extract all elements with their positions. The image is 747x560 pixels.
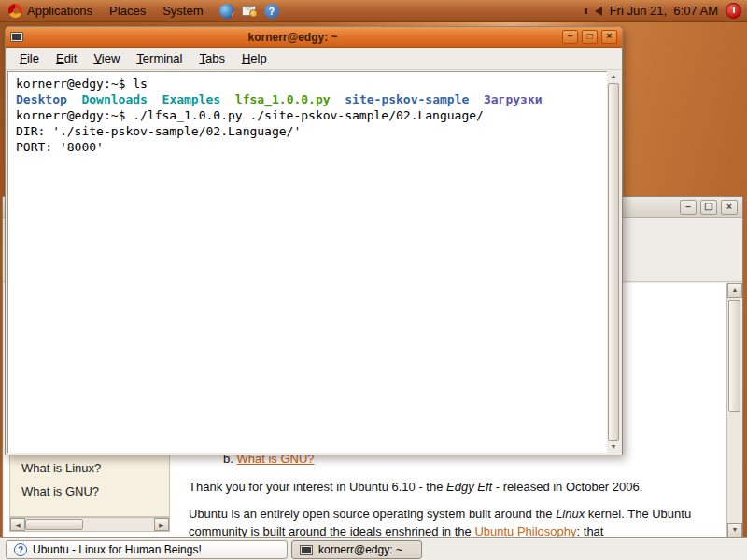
scrollbar-thumb[interactable] (25, 519, 83, 530)
clock-applet[interactable]: Fri Jun 21, 6:07 AM (610, 4, 718, 18)
terminal-scrollbar[interactable]: ▲ ▼ (607, 71, 620, 453)
terminal-window: kornerr@edgy: ~ – □ × File Edit View Ter… (5, 26, 623, 455)
maximize-icon[interactable]: □ (582, 30, 598, 44)
text-segment: Ubuntu is an entirely open source operat… (189, 507, 556, 521)
close-icon[interactable]: × (721, 200, 738, 215)
text-segment: PORT: '8000' (16, 140, 104, 154)
menu-edit[interactable]: Edit (48, 49, 85, 68)
text-segment (148, 92, 162, 106)
help-icon: ? (264, 4, 279, 19)
mail-launcher[interactable] (241, 3, 257, 19)
text-segment: - released in October 2006. (492, 480, 642, 494)
text-segment: DIR: './site-pskov-sample/02.Language/' (16, 124, 301, 138)
firefox-icon (219, 4, 234, 19)
terminal-line: PORT: '8000' (16, 139, 599, 155)
text-segment: Downloads (81, 92, 147, 106)
task-label: kornerr@edgy: ~ (318, 543, 402, 556)
text-segment (220, 92, 235, 106)
scroll-down-icon[interactable]: ▼ (607, 441, 620, 453)
text-segment: Thank you for your interest in Ubuntu 6.… (189, 480, 446, 494)
scroll-down-icon[interactable]: ▼ (727, 523, 742, 538)
terminal-line: DIR: './site-pskov-sample/02.Language/' (16, 123, 599, 139)
quit-button[interactable] (726, 3, 741, 19)
menu-applications[interactable]: Applications (0, 0, 101, 21)
task-button-firefox[interactable]: ? Ubuntu - Linux for Human Beings! (6, 540, 288, 559)
mail-icon (242, 6, 256, 16)
minimize-icon[interactable]: – (680, 200, 697, 215)
scroll-right-icon[interactable]: ▶ (154, 518, 169, 531)
page-vertical-scrollbar[interactable]: ▲ ▼ (726, 283, 741, 538)
terminal-menubar: File Edit View Terminal Tabs Help (6, 48, 622, 70)
text-segment: kornerr@edgy:~$ ls (16, 77, 148, 91)
text-segment: kornerr@edgy:~$ ./lfsa_1.0.0.py ./site-p… (16, 108, 484, 122)
text-segment: Desktop (16, 92, 67, 106)
text-segment (331, 92, 345, 106)
firefox-launcher[interactable] (218, 3, 234, 19)
terminal-window-title: kornerr@edgy: ~ (23, 31, 562, 44)
inline-link[interactable]: Ubuntu Philosophy (474, 525, 576, 538)
terminal-screen[interactable]: kornerr@edgy:~$ lsDesktop Downloads Exam… (7, 71, 607, 453)
task-label: Ubuntu - Linux for Human Beings! (33, 543, 202, 556)
scroll-left-icon[interactable]: ◀ (10, 518, 25, 531)
menu-terminal[interactable]: Terminal (128, 49, 190, 68)
menu-tabs[interactable]: Tabs (190, 49, 233, 68)
text-segment: site-pskov-sample (345, 92, 469, 106)
system-menu-label: System (162, 4, 203, 18)
menu-places[interactable]: Places (101, 0, 154, 21)
restore-icon[interactable]: ❐ (700, 200, 717, 215)
text-segment: Examples (162, 92, 221, 106)
text-segment (469, 92, 484, 106)
about-paragraph: Ubuntu is an entirely open source operat… (189, 505, 726, 538)
task-button-terminal[interactable]: kornerr@edgy: ~ (291, 540, 422, 559)
applications-menu-label: Applications (27, 4, 92, 18)
terminal-line: kornerr@edgy:~$ ./lfsa_1.0.0.py ./site-p… (16, 107, 599, 123)
sidebar-link-what-is-linux[interactable]: What is Linux? (21, 461, 101, 475)
text-segment: lfsa_1.0.0.py (235, 92, 331, 106)
close-icon[interactable]: × (601, 30, 617, 44)
scrollbar-thumb[interactable] (608, 83, 619, 441)
sidebar-link-what-is-gnu[interactable]: What is GNU? (21, 484, 99, 498)
menu-view[interactable]: View (85, 49, 128, 68)
text-segment: : that (577, 525, 604, 538)
terminal-line: Desktop Downloads Examples lfsa_1.0.0.py… (16, 91, 599, 107)
terminal-titlebar[interactable]: kornerr@edgy: ~ – □ × (6, 27, 622, 48)
scrollbar-thumb[interactable] (728, 300, 740, 412)
text-segment: Загрузки (484, 92, 543, 106)
terminal-icon (10, 32, 23, 42)
terminal-icon (300, 545, 313, 555)
menu-help[interactable]: Help (233, 49, 275, 68)
minimize-icon[interactable]: – (562, 30, 578, 44)
scroll-up-icon[interactable]: ▲ (607, 71, 620, 82)
volume-icon[interactable] (595, 7, 602, 16)
sidebar-horizontal-scrollbar[interactable]: ◀ ▶ (9, 517, 170, 532)
intro-paragraph: Thank you for your interest in Ubuntu 6.… (189, 478, 726, 496)
top-panel: Applications Places System ? Fri Jun 21,… (0, 0, 747, 22)
menu-system[interactable]: System (154, 0, 211, 21)
scroll-up-icon[interactable]: ▲ (727, 283, 742, 298)
places-menu-label: Places (109, 4, 146, 18)
text-segment: Linux (556, 507, 585, 521)
terminal-line: kornerr@edgy:~$ ls (16, 76, 599, 91)
bottom-taskbar: ? Ubuntu - Linux for Human Beings! korne… (0, 538, 747, 560)
text-segment (67, 92, 82, 106)
text-segment: Edgy Eft (446, 480, 492, 494)
ubuntu-logo-icon (8, 4, 22, 18)
help-launcher[interactable]: ? (263, 3, 279, 19)
help-page-icon: ? (14, 543, 27, 556)
menu-file[interactable]: File (11, 49, 48, 68)
